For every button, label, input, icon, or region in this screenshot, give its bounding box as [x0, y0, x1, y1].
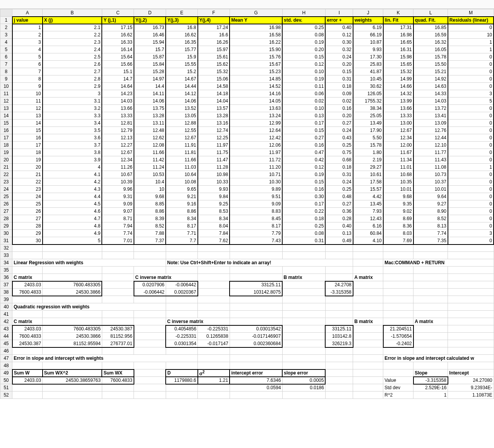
cell[interactable] [12, 267, 43, 274]
cell[interactable]: 4 [12, 46, 43, 53]
cell[interactable]: 12.67 [383, 127, 413, 134]
cell[interactable] [102, 347, 134, 355]
cell[interactable] [134, 296, 166, 303]
cell[interactable]: 15.32 [198, 68, 230, 75]
cell[interactable]: C matrix [12, 318, 43, 325]
cell[interactable]: 17.15 [102, 24, 134, 31]
cell[interactable]: 11.97 [198, 142, 230, 149]
cell[interactable]: 0.15 [282, 53, 325, 61]
cell[interactable]: 3.6 [43, 134, 102, 142]
cell[interactable]: 2.19 [353, 156, 383, 164]
cell[interactable] [448, 274, 494, 281]
cell[interactable]: 14.32 [383, 90, 413, 97]
cell[interactable]: 2.6 [43, 61, 102, 68]
col-header[interactable]: J [353, 9, 383, 17]
cell[interactable]: 0.1265838 [198, 333, 230, 340]
cell[interactable]: 0.08 [282, 31, 325, 39]
cell[interactable]: Y (j,1) [102, 17, 134, 24]
cell[interactable]: 14.03 [413, 97, 448, 105]
cell[interactable]: 13.66 [383, 105, 413, 112]
cell[interactable]: 13.66 [102, 105, 134, 112]
cell[interactable]: 13.52 [166, 105, 197, 112]
cell[interactable] [353, 333, 383, 340]
cell[interactable]: 7.69 [383, 237, 413, 245]
cell[interactable] [134, 252, 166, 259]
cell[interactable]: -0.225331 [166, 333, 197, 340]
cell[interactable]: C inverse matrix [166, 318, 230, 325]
cell[interactable]: 14.52 [230, 83, 282, 90]
row-header[interactable]: 24 [0, 186, 12, 193]
col-header[interactable]: G [230, 9, 282, 17]
cell[interactable]: 0.22 [282, 208, 325, 215]
cell[interactable] [282, 296, 325, 303]
cell[interactable] [134, 384, 166, 392]
row-header[interactable]: 6 [0, 53, 12, 61]
cell[interactable]: 8.69 [383, 215, 413, 222]
cell[interactable]: 0.68 [325, 156, 353, 164]
cell[interactable] [353, 355, 383, 362]
cell[interactable] [166, 303, 197, 311]
cell[interactable]: 0.02 [282, 97, 325, 105]
cell[interactable]: 0.24 [325, 178, 353, 186]
cell[interactable]: 7.01 [102, 237, 134, 245]
cell[interactable]: 14 [12, 120, 43, 127]
cell[interactable] [282, 289, 325, 296]
cell[interactable]: 12.88 [166, 120, 197, 127]
row-header[interactable]: 41 [0, 311, 12, 318]
cell[interactable]: 15.76 [230, 53, 282, 61]
cell[interactable] [413, 311, 448, 318]
row-header[interactable]: 27 [0, 208, 12, 215]
cell[interactable]: 22 [12, 178, 43, 186]
cell[interactable]: 16.05 [413, 46, 448, 53]
cell[interactable]: 66.19 [353, 31, 383, 39]
col-header[interactable]: E [166, 9, 197, 17]
cell[interactable]: 8.53 [198, 208, 230, 215]
cell[interactable]: 13.00 [383, 120, 413, 127]
cell[interactable] [282, 311, 325, 318]
cell[interactable] [383, 296, 413, 303]
cell[interactable]: 0 [448, 120, 494, 127]
cell[interactable] [282, 325, 325, 333]
cell[interactable]: 15.98 [383, 53, 413, 61]
cell[interactable]: Y(j,2) [134, 17, 166, 24]
cell[interactable]: 11.03 [166, 164, 197, 171]
cell[interactable]: 11.91 [166, 142, 197, 149]
cell[interactable]: 14.16 [230, 90, 282, 97]
cell[interactable]: 0.12 [282, 164, 325, 171]
cell[interactable] [353, 259, 383, 267]
cell[interactable] [12, 296, 43, 303]
cell[interactable] [383, 289, 413, 296]
cell[interactable] [43, 318, 102, 325]
cell[interactable]: 12.25 [198, 134, 230, 142]
cell[interactable] [230, 311, 282, 318]
cell[interactable]: 8 [12, 75, 43, 83]
cell[interactable] [282, 333, 325, 340]
row-header[interactable]: 51 [0, 384, 12, 392]
cell[interactable]: σ2 [198, 369, 230, 377]
cell[interactable]: 0.30 [325, 39, 353, 46]
cell[interactable] [43, 296, 102, 303]
cell[interactable] [43, 252, 102, 259]
cell[interactable]: 15.66 [102, 61, 134, 68]
cell[interactable]: 15.50 [413, 61, 448, 68]
cell[interactable] [198, 311, 230, 318]
cell[interactable]: 24.2708 [325, 281, 353, 289]
cell[interactable]: 0.17 [282, 200, 325, 208]
cell[interactable] [198, 303, 230, 311]
cell[interactable] [134, 311, 166, 318]
cell[interactable]: 8.71 [102, 215, 134, 222]
cell[interactable]: 0 [448, 186, 494, 193]
cell[interactable] [413, 289, 448, 296]
cell[interactable] [166, 384, 197, 392]
cell[interactable] [43, 245, 102, 252]
cell[interactable]: 2.4 [43, 46, 102, 53]
cell[interactable]: 0.48 [325, 193, 353, 200]
cell[interactable] [230, 252, 282, 259]
cell[interactable] [166, 252, 197, 259]
col-header[interactable]: D [134, 9, 166, 17]
cell[interactable]: 16.73 [134, 24, 166, 31]
cell[interactable] [413, 296, 448, 303]
row-header[interactable]: 52 [0, 392, 12, 399]
row-header[interactable]: 40 [0, 303, 12, 311]
cell[interactable]: 0 [448, 134, 494, 142]
